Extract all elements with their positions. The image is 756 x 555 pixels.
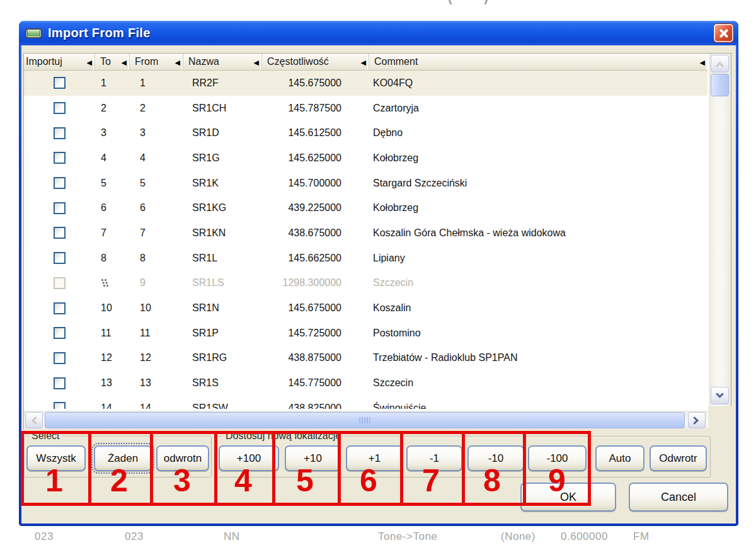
cell-nazwa: SR1L (183, 246, 262, 271)
plus-1-button[interactable]: +1 (346, 445, 403, 471)
cell-comment: Postomino (369, 321, 707, 346)
cell-from: 7 (130, 220, 183, 246)
cell-from: 10 (130, 295, 183, 321)
minus-100-button[interactable]: -100 (528, 445, 587, 471)
plus-10-button[interactable]: +10 (285, 445, 341, 471)
cell-to: 8 (95, 246, 130, 271)
select-none-button[interactable]: Żaden (94, 445, 152, 471)
import-checkbox[interactable] (54, 102, 66, 114)
scroll-right-button[interactable] (688, 412, 706, 428)
column-header-nazwa[interactable]: Nazwa (183, 54, 262, 70)
cell-from: 8 (130, 246, 183, 271)
import-checkbox[interactable] (54, 127, 66, 139)
table-row[interactable]: 55SR1K145.700000Stargard Szczeciński (24, 171, 707, 196)
import-checkbox[interactable] (54, 277, 66, 289)
cell-comment: Kołobrzeg (369, 146, 707, 171)
cell-importuj (24, 295, 95, 321)
cell-to: 6 (95, 195, 130, 220)
table-row[interactable]: 1010SR1N145.675000Koszalin (24, 295, 707, 321)
sort-arrow-icon (254, 56, 259, 67)
table-row[interactable]: 22SR1CH145.787500Czartoryja (24, 96, 707, 121)
table-row[interactable]: 1111SR1P145.725000Postomino (24, 321, 707, 346)
window-title: Import From File (48, 26, 151, 40)
status-item: NN (224, 530, 240, 543)
scroll-up-button[interactable] (711, 55, 729, 72)
cell-to: 12 (95, 346, 130, 371)
import-checkbox[interactable] (54, 152, 66, 164)
sort-arrow-icon (87, 56, 92, 67)
clipped-text-fragment: () (435, 0, 517, 4)
auto-button[interactable]: Auto (595, 445, 644, 471)
column-header-czestotliwosc[interactable]: Częstotliwość (262, 54, 369, 70)
minus-1-button[interactable]: -1 (406, 445, 462, 471)
cell-from: 13 (130, 370, 183, 396)
sort-arrow-icon (700, 56, 705, 67)
vertical-scrollbar[interactable] (709, 54, 731, 406)
horizontal-scrollbar[interactable] (24, 411, 707, 430)
table-row[interactable]: 44SR1G145.625000Kołobrzeg (24, 146, 707, 171)
cell-from: 1 (130, 71, 183, 96)
cell-nazwa: SR1G (183, 146, 262, 171)
sort-arrow-icon (175, 56, 180, 67)
scroll-left-button[interactable] (25, 412, 43, 428)
scrollbar-corner (708, 406, 731, 430)
scroll-down-button[interactable] (711, 387, 729, 404)
table-row[interactable]: 9SR1LS1298.300000Szczecin (24, 271, 707, 296)
minus-10-button[interactable]: -10 (467, 445, 524, 471)
horizontal-scroll-thumb[interactable] (45, 412, 685, 428)
column-header-comment[interactable]: Comment (369, 54, 707, 70)
cell-nazwa: SR1P (183, 321, 262, 346)
cell-to: 1 (95, 71, 130, 96)
import-checkbox[interactable] (54, 177, 66, 189)
import-checkbox[interactable] (54, 377, 66, 389)
chevron-up-icon (716, 62, 724, 70)
plus-100-button[interactable]: +100 (219, 445, 279, 471)
import-checkbox[interactable] (54, 352, 66, 364)
cell-comment: Kołobrzeg (369, 195, 707, 220)
column-header-to[interactable]: To (95, 54, 130, 70)
cell-comment: KO04FQ (369, 71, 707, 96)
list-header: Importuj To From Nazwa (24, 54, 707, 71)
close-button[interactable] (714, 24, 733, 42)
import-checkbox[interactable] (54, 77, 66, 89)
cell-comment: Koszalin Góra Chełmska - wieża widokowa (369, 220, 707, 246)
column-header-importuj[interactable]: Importuj (24, 54, 95, 70)
cell-importuj (24, 271, 95, 296)
column-header-from[interactable]: From (130, 54, 183, 70)
chevron-down-icon (716, 390, 724, 398)
cell-nazwa: SR1K (183, 171, 262, 196)
table-row[interactable]: 1414SR1SW438.825000Świnoujście (24, 396, 707, 409)
cell-nazwa: SR1KG (183, 195, 262, 220)
table-row[interactable]: 11RR2F145.675000KO04FQ (24, 71, 707, 96)
title-bar[interactable]: Import From File (19, 21, 738, 45)
table-row[interactable]: 88SR1L145.662500Lipiany (24, 246, 707, 271)
select-all-button[interactable]: Wszystk (26, 445, 86, 471)
table-row[interactable]: 33SR1D145.612500Dębno (24, 120, 707, 146)
dialog-body: Importuj To From Nazwa (21, 45, 736, 524)
table-row[interactable]: 1313SR1S145.775000Szczecin (24, 370, 707, 396)
import-checkbox[interactable] (54, 327, 66, 339)
cell-to: 14 (95, 396, 130, 409)
import-checkbox[interactable] (54, 402, 66, 409)
cell-czestotliwosc: 145.612500 (262, 120, 369, 146)
select-groupbox-label: Select (29, 430, 62, 441)
select-invert-button[interactable]: odwrotn (156, 445, 209, 471)
table-row[interactable]: 66SR1KG439.225000Kołobrzeg (24, 195, 707, 220)
table-row[interactable]: 1212SR1RG438.875000Trzebiatów - Radioklu… (24, 346, 707, 371)
cancel-button[interactable]: Cancel (629, 483, 728, 512)
table-row[interactable]: 77SR1KN438.675000Koszalin Góra Chełmska … (24, 220, 707, 246)
cell-from: 11 (130, 321, 183, 346)
import-checkbox[interactable] (54, 252, 66, 264)
cell-czestotliwosc: 438.825000 (262, 396, 369, 409)
vertical-scroll-thumb[interactable] (711, 74, 729, 96)
import-checkbox[interactable] (54, 227, 66, 239)
status-item: 023 (125, 530, 144, 543)
ok-button[interactable]: OK (520, 483, 616, 512)
cell-nazwa: RR2F (183, 71, 262, 96)
cell-from: 12 (130, 346, 183, 371)
import-checkbox[interactable] (54, 302, 66, 314)
import-checkbox[interactable] (54, 202, 66, 214)
reverse-button[interactable]: Odwrotr (650, 445, 707, 471)
cell-importuj (24, 321, 95, 346)
import-list: Importuj To From Nazwa (23, 53, 731, 430)
